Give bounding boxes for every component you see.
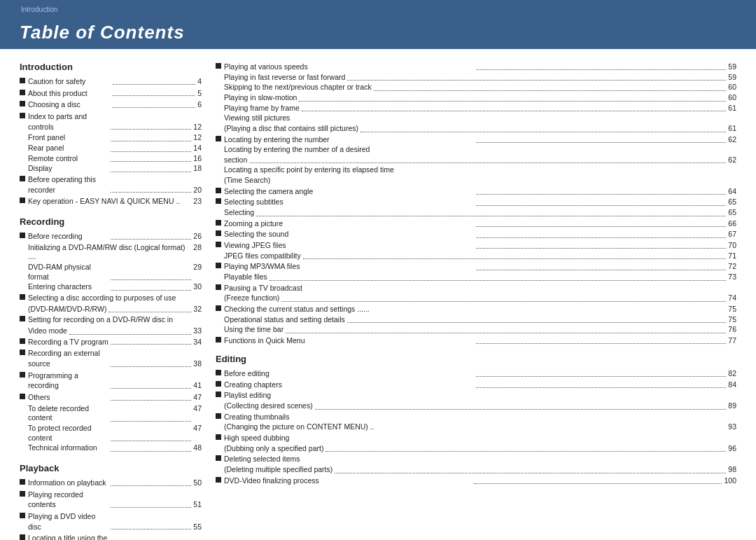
toc-sub-item: Rear panel 14 — [28, 144, 202, 153]
bullet-icon — [20, 78, 25, 83]
right-sub-item: Using the time bar 76 — [224, 325, 736, 335]
right-sub-item: (Deleting multiple specified parts) 98 — [224, 465, 736, 475]
toc-item: Key operation - EASY NAVI & QUICK MENU .… — [20, 196, 202, 207]
toc-item: Choosing a disc 6 — [20, 99, 202, 110]
bullet-icon — [20, 372, 25, 378]
right-sub-item: (Time Search) — [224, 176, 736, 186]
toc-sub-item: Technical information 48 — [28, 443, 202, 453]
bullet-icon — [216, 434, 221, 440]
bullet-icon — [20, 101, 25, 106]
bullet-icon — [216, 337, 221, 342]
toc-item: Locating a title using the top menu 56 — [20, 533, 202, 540]
right-sub-item: Playing in slow-motion 60 — [224, 93, 736, 103]
bullet-icon — [216, 392, 221, 397]
toc-item: Others 47 — [20, 392, 202, 403]
section-introduction: Introduction — [20, 62, 202, 72]
bullet-icon — [216, 220, 221, 226]
toc-sub-item: Initializing a DVD-RAM/RW disc (Logical … — [28, 243, 202, 262]
bullet-icon — [20, 349, 25, 355]
right-item: Before editing 82 — [216, 368, 736, 378]
toc-note: Video mode 33 — [28, 326, 202, 336]
toc-sub-item: DVD-RAM physical format 29 — [28, 263, 202, 282]
toc-item: Before operating this recorder 20 — [20, 174, 202, 195]
bullet-icon — [20, 90, 25, 95]
top-header: Introduction Table of Contents — [0, 0, 756, 49]
right-item: Selecting subtitles 65 — [216, 197, 736, 207]
toc-sub-item: Display 18 — [28, 164, 202, 174]
right-item: Playlist editing — [216, 390, 736, 400]
right-item: Deleting selected items — [216, 454, 736, 464]
toc-item: Recording an external source 38 — [20, 348, 202, 368]
bullet-icon — [20, 479, 25, 485]
toc-note: (DVD-RAM/DVD-R/RW) 32 — [28, 305, 202, 314]
right-sub-item: (Freeze function) 74 — [224, 293, 736, 303]
bullet-icon — [216, 370, 221, 375]
section-editing: Editing — [216, 354, 736, 364]
bullet-icon — [216, 284, 221, 290]
bullet-icon — [216, 188, 221, 193]
right-sub-item: Locating a specific point by entering it… — [224, 165, 736, 175]
right-sub-item: Playing in fast reverse or fast forward … — [224, 73, 736, 83]
section-playback: Playback — [20, 463, 202, 473]
right-item: Pausing a TV broadcast — [216, 283, 736, 293]
toc-item: Programming a recording 41 — [20, 371, 202, 391]
right-sub-item: (Changing the picture on CONTENT MENU) .… — [224, 422, 736, 432]
right-sub-item: Viewing still pictures — [224, 113, 736, 123]
right-sub-item: JPEG files compatibility 71 — [224, 251, 736, 261]
bullet-icon — [20, 198, 25, 203]
right-item: Viewing JPEG files 70 — [216, 240, 736, 250]
toc-item: Playing recorded contents 51 — [20, 490, 202, 510]
right-sub-item: (Collecting desired scenes) 89 — [224, 401, 736, 411]
right-sub-item: (Playing a disc that contains still pict… — [224, 124, 736, 134]
toc-item: Information on playback 50 — [20, 478, 202, 488]
right-sub-item: Operational status and setting details 7… — [224, 315, 736, 325]
toc-sub-item: Front panel 12 — [28, 133, 202, 143]
right-sub-item: (Dubbing only a specified part) 96 — [224, 444, 736, 454]
bullet-icon — [216, 477, 221, 483]
toc-sub-item: To protect recorded content 47 — [28, 424, 202, 443]
bullet-icon — [20, 113, 25, 118]
right-item: Locating by entering the number 62 — [216, 134, 736, 144]
section-recording: Recording — [20, 216, 202, 227]
toc-sub-item: To delete recorded content 47 — [28, 404, 202, 423]
content-area: Introduction Caution for safety 4 About … — [0, 49, 756, 540]
right-item: Creating chapters 84 — [216, 380, 736, 389]
toc-item: Index to parts and controls 12 — [20, 111, 202, 132]
bullet-icon — [20, 513, 25, 518]
right-sub-item: Playing frame by frame 61 — [224, 104, 736, 113]
toc-item: About this product 5 — [20, 88, 202, 99]
right-sub-item: Locating by entering the number of a des… — [224, 145, 736, 155]
right-item: Playing MP3/WMA files 72 — [216, 261, 736, 271]
right-sub-item: section 62 — [224, 155, 736, 165]
bullet-icon — [216, 413, 221, 419]
page-wrapper: Introduction Table of Contents Introduct… — [0, 0, 756, 540]
bullet-icon — [20, 316, 25, 321]
bullet-icon — [216, 230, 221, 236]
right-item: Playing at various speeds 59 — [216, 62, 736, 71]
toc-title: Table of Contents — [20, 22, 185, 43]
bullet-icon — [216, 305, 221, 311]
right-item: Functions in Quick Menu 77 — [216, 335, 736, 345]
right-column: Playing at various speeds 59 Playing in … — [216, 62, 736, 540]
left-column: Introduction Caution for safety 4 About … — [20, 62, 202, 540]
bullet-icon — [216, 63, 221, 69]
bullet-icon — [20, 338, 25, 344]
toc-item: Selecting a disc according to purposes o… — [20, 293, 202, 303]
bullet-icon — [216, 263, 221, 268]
bullet-icon — [20, 534, 25, 540]
bullet-icon — [20, 176, 25, 181]
bullet-icon — [20, 394, 25, 399]
right-item: Selecting the camera angle 64 — [216, 186, 736, 196]
bullet-icon — [20, 294, 25, 300]
right-sub-item: Skipping to the next/previous chapter or… — [224, 83, 736, 92]
intro-label: Introduction — [21, 6, 57, 13]
toc-sub-item: Entering characters 30 — [28, 282, 202, 292]
right-item: Creating thumbnails — [216, 412, 736, 422]
right-item: Zooming a picture 66 — [216, 219, 736, 228]
toc-item: Playing a DVD video disc 55 — [20, 511, 202, 532]
toc-item: Caution for safety 4 — [20, 76, 202, 87]
bullet-icon — [216, 242, 221, 247]
right-item: DVD-Video finalizing process 100 — [216, 476, 736, 485]
right-item: High speed dubbing — [216, 433, 736, 443]
bullet-icon — [216, 136, 221, 141]
